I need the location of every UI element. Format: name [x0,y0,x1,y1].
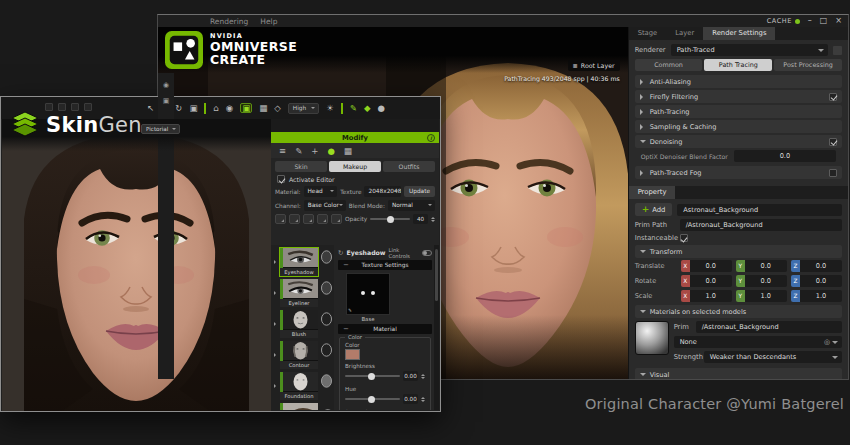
character-view-icon[interactable]: ◉ [226,104,233,113]
brightness-value[interactable]: 0.00 [403,371,418,381]
maximize-button[interactable]: □ [820,16,828,26]
layer-eyebrow[interactable]: Eyebrow [272,402,334,410]
material-ball-active-icon[interactable]: ● [327,146,334,156]
layer-eyeshadow[interactable]: Eyeshadow [272,247,334,277]
layer-expand-icon[interactable] [274,291,278,295]
layer-mask-icon[interactable] [319,340,334,370]
blend-mode-dropdown[interactable]: Normal [388,200,435,211]
edit-texture-icon[interactable]: ✎ [348,308,352,313]
layer-eyeliner[interactable]: Eyeliner [272,278,334,308]
layer-expand-icon[interactable] [274,322,278,326]
layer-mask-icon[interactable] [319,402,334,410]
material-dropdown[interactable]: None◎ [674,336,842,348]
opacity-stepper[interactable] [431,215,435,224]
mode-path-tracing[interactable]: Path Tracing [704,59,772,71]
rotate-tool-icon[interactable]: ↻ [175,104,182,113]
texture-preview[interactable]: ✎ [346,273,390,315]
tab-stage[interactable]: Stage [629,27,667,40]
properties-scrollbar[interactable] [434,245,439,410]
brightness-knob[interactable] [368,373,375,380]
channel-dropdown[interactable]: Base Color [304,200,346,211]
fog-checkbox[interactable] [829,169,837,177]
hue-stepper[interactable] [421,395,425,404]
layer-expand-icon[interactable] [274,260,278,264]
paint-tool-icon[interactable]: ✎ [350,104,357,113]
material-dropdown[interactable]: Head [304,186,338,197]
prim-name-field[interactable]: Astronaut_Background [677,204,842,216]
scale-x-value[interactable]: 1.0 [690,290,732,302]
brightness-slider[interactable] [345,375,400,377]
renderer-dropdown[interactable]: Path-Traced [671,44,828,56]
color-swatch[interactable] [345,349,360,360]
menu-rendering[interactable]: Rendering [210,17,248,26]
checker-icon[interactable]: ▦ [344,146,352,156]
material-section-header[interactable]: −Material [338,324,432,334]
sliders-icon[interactable]: ≡ [279,146,286,156]
optix-denoiser-value[interactable]: 0.0 [734,150,836,162]
info-icon[interactable]: i [427,134,435,142]
link-controls-toggle[interactable] [422,250,432,256]
walk-mode-icon[interactable]: ● [377,104,384,113]
brush-smudge-icon[interactable] [317,214,328,224]
refresh-icon[interactable]: ↻ [338,249,343,257]
texture-settings-header[interactable]: −Texture Settings [338,260,432,270]
brush-fill-icon[interactable] [331,214,342,224]
brush-erase-icon[interactable] [289,214,300,224]
plug-icon[interactable]: + [311,146,318,156]
quality-dropdown[interactable]: High [288,103,319,114]
scrollbar-thumb[interactable] [435,249,438,301]
skin-view-active-icon[interactable]: ▣ [240,103,252,114]
tab-render-settings[interactable]: Render Settings [703,27,775,40]
section-denoising[interactable]: Denoising [635,135,842,148]
minimize-button[interactable]: – [808,16,812,26]
instanceable-checkbox[interactable] [680,234,688,242]
light-icon[interactable]: ☀ [326,104,334,113]
layer-blush[interactable]: Blush [272,309,334,339]
file-tool-icon[interactable] [45,103,53,111]
material-prim-value[interactable]: /Astronaut_Background [696,321,842,333]
redo-icon[interactable] [84,103,92,111]
activate-editor-checkbox[interactable] [277,175,285,183]
sculpt-tool-icon[interactable]: ◆ [364,104,371,113]
section-path-tracing[interactable]: Path-Tracing [635,105,842,118]
section-anti-aliasing[interactable]: Anti-Aliasing [635,75,842,88]
layer-mask-icon[interactable] [319,247,334,277]
section-firefly-filtering[interactable]: Firefly Filtering [635,90,842,103]
tab-outfits[interactable]: Outfits [383,161,435,172]
layer-expand-icon[interactable] [274,384,278,388]
section-transform[interactable]: Transform [635,245,842,258]
rotate-x-value[interactable]: 0.0 [690,275,732,287]
tab-skin[interactable]: Skin [275,161,327,172]
texture-size-dropdown[interactable]: 2048x2048 [364,186,401,197]
denoising-checkbox[interactable] [829,138,837,146]
add-property-button[interactable]: +Add [635,203,673,216]
opacity-value[interactable]: 40 [413,214,428,224]
scale-y-value[interactable]: 1.0 [745,290,787,302]
undo-icon[interactable] [71,103,79,111]
layer-mask-icon[interactable] [319,278,334,308]
home-icon[interactable]: ⌂ [213,104,218,113]
prim-path-value[interactable]: /Astronaut_Background [680,219,842,231]
brush-stamp-icon[interactable] [303,214,314,224]
root-layer-badge[interactable]: ≣Root Layer [568,60,620,71]
rotate-z-value[interactable]: 0.0 [800,275,842,287]
layer-contour[interactable]: Contour [272,340,334,370]
translate-x-value[interactable]: 0.0 [690,260,732,272]
camera-icon[interactable]: ◉ [163,81,169,89]
rotate-y-value[interactable]: 0.0 [745,275,787,287]
opacity-slider-knob[interactable] [387,216,394,223]
close-button[interactable]: × [835,16,842,26]
uv-grid-icon[interactable]: ▦ [259,104,267,113]
select-tool-icon[interactable]: ↖ [147,104,154,113]
layer-foundation[interactable]: Foundation [272,371,334,401]
mode-common[interactable]: Common [635,59,703,71]
tab-layer[interactable]: Layer [666,27,703,40]
layer-expand-icon[interactable] [274,353,278,357]
view-mode-dropdown[interactable]: Pictorial [141,124,180,134]
section-sampling-caching[interactable]: Sampling & Caching [635,120,842,133]
renderer-settings-box[interactable] [833,46,842,55]
translate-z-value[interactable]: 0.0 [800,260,842,272]
firefly-checkbox[interactable] [829,93,837,101]
hue-knob[interactable] [368,396,375,403]
brush-draw-icon[interactable] [275,214,286,224]
